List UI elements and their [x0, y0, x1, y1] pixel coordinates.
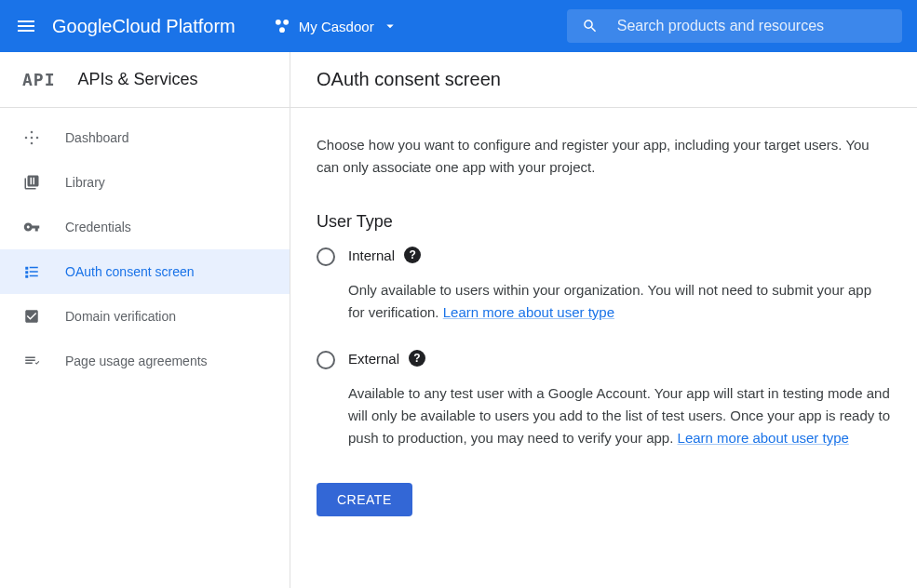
sidebar: API APIs & Services Dashboard Library: [0, 52, 290, 588]
main-body: Choose how you want to configure and reg…: [290, 108, 917, 542]
project-icon: [273, 17, 291, 35]
main-header: OAuth consent screen: [290, 52, 917, 108]
nav-item-library[interactable]: Library: [0, 160, 290, 205]
svg-point-1: [283, 20, 289, 25]
radio-option-external: External ?: [317, 350, 891, 369]
svg-point-0: [276, 20, 281, 25]
svg-point-2: [279, 27, 285, 33]
nav-label: Library: [65, 175, 105, 190]
main-content: OAuth consent screen Choose how you want…: [290, 52, 917, 588]
create-button[interactable]: CREATE: [317, 483, 412, 516]
hamburger-menu-icon[interactable]: [15, 15, 37, 37]
search-box[interactable]: [567, 9, 902, 43]
intro-text: Choose how you want to configure and reg…: [317, 134, 891, 179]
learn-more-link[interactable]: Learn more about user type: [678, 430, 849, 446]
nav-label: Dashboard: [65, 130, 129, 145]
domain-icon: [22, 307, 41, 326]
nav-label: OAuth consent screen: [65, 264, 195, 279]
nav-label: Credentials: [65, 220, 131, 234]
help-icon[interactable]: ?: [409, 350, 425, 367]
logo-bold: Google: [52, 16, 113, 37]
nav-label: Page usage agreements: [65, 354, 208, 368]
option-desc-external: Available to any test user with a Google…: [348, 382, 891, 449]
consent-icon: [22, 262, 41, 281]
page-title: OAuth consent screen: [317, 69, 501, 90]
nav-item-dashboard[interactable]: Dashboard: [0, 115, 290, 160]
project-selector[interactable]: My Casdoor: [265, 17, 406, 35]
agreement-icon: [22, 352, 41, 370]
radio-internal[interactable]: [317, 247, 335, 266]
section-title: User Type: [317, 212, 891, 232]
option-desc-internal: Only available to users within your orga…: [348, 279, 891, 324]
key-icon: [22, 218, 41, 236]
sidebar-title: APIs & Services: [78, 70, 198, 89]
learn-more-link[interactable]: Learn more about user type: [443, 304, 614, 320]
top-bar: Google Cloud Platform My Casdoor: [0, 0, 917, 52]
platform-logo[interactable]: Google Cloud Platform: [52, 16, 236, 37]
option-header: External ?: [348, 350, 425, 367]
nav-item-oauth-consent[interactable]: OAuth consent screen: [0, 249, 290, 294]
logo-rest: Cloud Platform: [113, 16, 236, 37]
sidebar-header: API APIs & Services: [0, 52, 290, 108]
option-label: External: [348, 351, 399, 367]
radio-option-internal: Internal ?: [317, 247, 891, 266]
search-input[interactable]: [617, 18, 887, 34]
nav-item-domain-verification[interactable]: Domain verification: [0, 294, 290, 339]
nav-label: Domain verification: [65, 309, 176, 324]
sidebar-nav: Dashboard Library Credentials OAuth cons…: [0, 108, 290, 391]
dashboard-icon: [22, 128, 41, 147]
chevron-down-icon: [382, 18, 398, 34]
help-icon[interactable]: ?: [404, 247, 421, 263]
library-icon: [22, 173, 41, 192]
option-label: Internal: [348, 247, 395, 263]
nav-item-page-usage[interactable]: Page usage agreements: [0, 339, 290, 383]
search-icon: [582, 17, 599, 35]
nav-item-credentials[interactable]: Credentials: [0, 205, 290, 249]
content-wrapper: API APIs & Services Dashboard Library: [0, 52, 917, 588]
option-header: Internal ?: [348, 247, 421, 263]
api-logo: API: [22, 70, 56, 89]
project-name: My Casdoor: [299, 19, 374, 34]
radio-external[interactable]: [317, 351, 335, 369]
